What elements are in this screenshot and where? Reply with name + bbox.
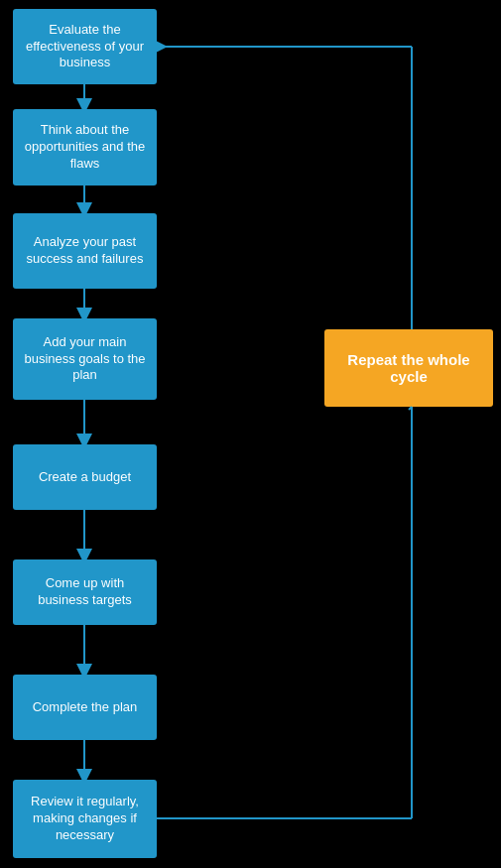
- box5-label: Create a budget: [39, 469, 131, 486]
- box2-label: Think about the opportunities and the fl…: [21, 122, 149, 173]
- flowchart: Repeat the whole cycle: [0, 0, 501, 868]
- box6-label: Come up with business targets: [21, 575, 149, 609]
- box7-label: Complete the plan: [33, 699, 138, 716]
- box8: Review it regularly, making changes if n…: [13, 780, 157, 858]
- box6: Come up with business targets: [13, 559, 157, 625]
- box1-label: Evaluate the effectiveness of your busin…: [21, 22, 149, 72]
- box4-label: Add your main business goals to the plan: [21, 334, 149, 385]
- repeat-box-label: Repeat the whole cycle: [339, 351, 478, 385]
- box3: Analyze your past success and failures: [13, 213, 157, 289]
- box4: Add your main business goals to the plan: [13, 318, 157, 400]
- repeat-box: Repeat the whole cycle: [324, 329, 493, 407]
- box8-label: Review it regularly, making changes if n…: [21, 794, 149, 844]
- box7: Complete the plan: [13, 675, 157, 740]
- box1: Evaluate the effectiveness of your busin…: [13, 9, 157, 84]
- box5: Create a budget: [13, 444, 157, 510]
- svg-line-9: [409, 407, 412, 410]
- box3-label: Analyze your past success and failures: [21, 234, 149, 268]
- box2: Think about the opportunities and the fl…: [13, 109, 157, 186]
